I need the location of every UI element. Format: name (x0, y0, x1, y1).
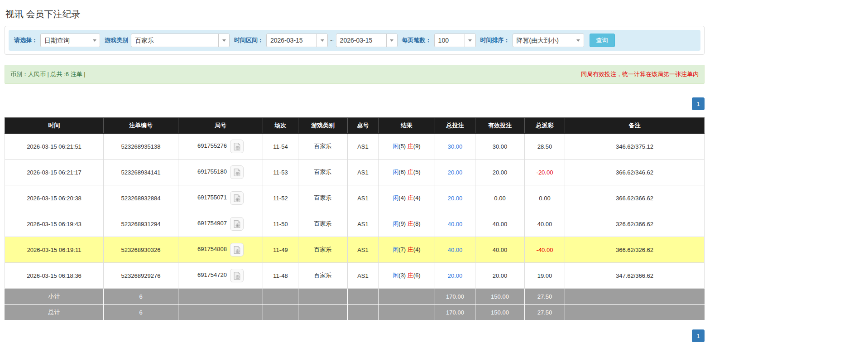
video-replay-button[interactable] (230, 140, 244, 153)
cell-total-bet: 40.00 (435, 211, 475, 237)
subtotal-row: 小计 6 170.00 150.00 27.50 (5, 289, 705, 305)
total-label: 总计 (5, 305, 104, 320)
cell-game-type: 百家乐 (298, 185, 348, 211)
query-type-label: 请选择： (14, 36, 38, 44)
cell-game-type: 百家乐 (298, 134, 348, 160)
cell-result: 闲(5) 庄(9) (379, 134, 435, 160)
cell-bet-id: 523268934141 (104, 160, 178, 185)
video-replay-icon (233, 246, 241, 254)
cell-bet-id: 523268932884 (104, 185, 178, 211)
total-payout: 27.50 (525, 305, 565, 320)
result-banker-label: 庄 (408, 169, 413, 175)
cell-remark: 326.62/366.62 (565, 211, 705, 237)
cell-total-bet: 20.00 (435, 185, 475, 211)
cell-valid-bet: 40.00 (475, 237, 525, 263)
chevron-down-icon[interactable] (317, 34, 327, 47)
total-valid-bet: 150.00 (475, 305, 525, 320)
date-to-select[interactable]: 2026-03-15 (336, 34, 398, 47)
video-replay-icon (233, 271, 241, 280)
cell-table-no: AS1 (348, 237, 379, 263)
cell-payout: 40.00 (525, 211, 565, 237)
chevron-down-icon[interactable] (386, 34, 397, 47)
cell-round-id: 691754808 (178, 237, 263, 263)
table-row: 2026-03-15 06:19:43523268931294691754907… (5, 211, 705, 237)
video-replay-button[interactable] (230, 243, 244, 257)
cell-result: 闲(9) 庄(8) (379, 211, 435, 237)
cell-session: 11-53 (263, 160, 298, 185)
video-replay-button[interactable] (230, 269, 244, 282)
cell-payout: -40.00 (525, 237, 565, 263)
cell-valid-bet: 20.00 (475, 263, 525, 289)
cell-bet-id: 523268935138 (104, 134, 178, 160)
cell-bet-id: 523268931294 (104, 211, 178, 237)
result-banker-label: 庄 (408, 143, 413, 150)
cell-round-id: 691754720 (178, 263, 263, 289)
cell-time: 2026-03-15 06:21:51 (5, 134, 104, 160)
cell-time: 2026-03-15 06:21:17 (5, 160, 104, 185)
cell-total-bet: 30.00 (435, 134, 475, 160)
cell-time: 2026-03-15 06:18:36 (5, 263, 104, 289)
video-replay-button[interactable] (230, 165, 244, 179)
date-from-select[interactable]: 2026-03-15 (266, 34, 328, 47)
page-1-button[interactable]: 1 (692, 329, 705, 342)
total-bet-link[interactable]: 40.00 (448, 247, 463, 253)
cell-table-no: AS1 (348, 134, 379, 160)
cell-table-no: AS1 (348, 211, 379, 237)
column-header-8: 有效投注 (475, 118, 525, 134)
video-replay-button[interactable] (230, 217, 244, 231)
page-1-button[interactable]: 1 (692, 97, 705, 110)
chevron-down-icon[interactable] (218, 34, 229, 47)
empty-cell (263, 289, 298, 305)
time-sort-select[interactable]: 降冪(由大到小) (513, 34, 584, 47)
column-header-6: 结果 (379, 118, 435, 134)
page-title: 视讯 会员下注纪录 (5, 0, 705, 26)
cell-round-id: 691754907 (178, 211, 263, 237)
empty-cell (565, 289, 705, 305)
cell-total-bet: 20.00 (435, 263, 475, 289)
result-player-label: 闲 (393, 246, 398, 253)
chevron-down-icon[interactable] (573, 34, 584, 47)
valid-bet-note: 同局有效投注，统一计算在该局第一张注单内 (581, 70, 699, 78)
chevron-down-icon[interactable] (465, 34, 475, 47)
total-row: 总计 6 170.00 150.00 27.50 (5, 305, 705, 320)
cell-remark: 366.62/326.62 (565, 237, 705, 263)
cell-payout: 0.00 (525, 185, 565, 211)
cell-time: 2026-03-15 06:19:43 (5, 211, 104, 237)
table-body: 2026-03-15 06:21:51523268935138691755276… (5, 134, 705, 289)
cell-game-type: 百家乐 (298, 211, 348, 237)
subtotal-valid-bet: 150.00 (475, 289, 525, 305)
cell-session: 11-54 (263, 134, 298, 160)
search-button[interactable]: 查询 (590, 34, 615, 47)
total-bet-link[interactable]: 20.00 (448, 169, 463, 176)
chevron-down-icon[interactable] (89, 34, 100, 47)
subtotal-total-bet: 170.00 (435, 289, 475, 305)
total-bet-link[interactable]: 40.00 (448, 221, 463, 227)
video-replay-button[interactable] (230, 191, 244, 205)
header-row: 时间注单编号局号场次游戏类别桌号结果总投注有效投注总派彩备注 (5, 118, 705, 134)
table-row: 2026-03-15 06:18:36523268929276691754720… (5, 263, 705, 289)
query-type-select[interactable]: 日期查询 (40, 34, 100, 47)
total-bet-link[interactable]: 30.00 (448, 143, 463, 150)
cell-valid-bet: 0.00 (475, 185, 525, 211)
pagination-bottom: 1 (5, 329, 705, 342)
time-sort-label: 时间排序： (480, 36, 510, 44)
empty-cell (178, 305, 263, 320)
cell-remark: 346.62/375.12 (565, 134, 705, 160)
table-row: 2026-03-15 06:21:17523268934141691755180… (5, 160, 705, 185)
page-size-select[interactable]: 100 (434, 34, 476, 47)
cell-session: 11-50 (263, 211, 298, 237)
cell-round-id: 691755071 (178, 185, 263, 211)
cell-round-id: 691755276 (178, 134, 263, 160)
column-header-4: 游戏类别 (298, 118, 348, 134)
total-bet-link[interactable]: 20.00 (448, 272, 463, 279)
filter-panel: 请选择： 日期查询 游戏类别 百家乐 时间区间： 2026-03-15 ~ 20… (5, 26, 705, 55)
total-bet-link[interactable]: 20.00 (448, 195, 463, 202)
table-row: 2026-03-15 06:21:51523268935138691755276… (5, 134, 705, 160)
column-header-5: 桌号 (348, 118, 379, 134)
result-player-label: 闲 (393, 220, 398, 227)
cell-remark: 366.62/346.62 (565, 160, 705, 185)
pagination-top: 1 (5, 97, 705, 110)
video-replay-icon (233, 194, 241, 203)
game-type-select[interactable]: 百家乐 (131, 34, 230, 47)
cell-game-type: 百家乐 (298, 160, 348, 185)
